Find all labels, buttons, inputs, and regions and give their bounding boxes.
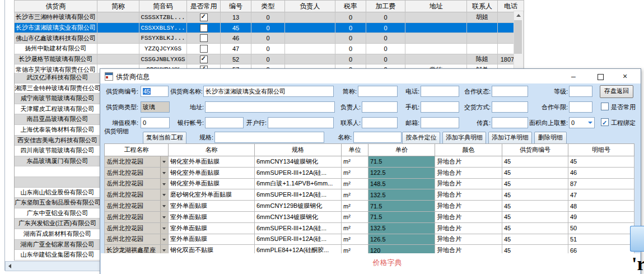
- cell[interactable]: m²: [342, 189, 368, 201]
- col-tax[interactable]: 税率: [335, 1, 366, 12]
- cell[interactable]: [285, 33, 335, 44]
- col-common[interactable]: 是否常用: [187, 1, 221, 12]
- common-checkbox[interactable]: [200, 34, 208, 42]
- gcol-spec[interactable]: 规格: [255, 144, 342, 156]
- contact-field[interactable]: [362, 117, 398, 128]
- cell[interactable]: 异地合片: [435, 234, 502, 245]
- cell[interactable]: 45: [502, 156, 568, 168]
- list-item[interactable]: 山东华建铝业集团有限公司: [15, 250, 100, 261]
- cell[interactable]: m²: [342, 178, 368, 189]
- cell[interactable]: 13: [221, 12, 251, 23]
- coop-status-field[interactable]: [492, 86, 528, 97]
- cell[interactable]: 钢化室外单面贴膜: [169, 167, 255, 178]
- cell[interactable]: 长沙晟格节能玻璃有限公司: [15, 54, 97, 64]
- checkbox-icon[interactable]: [601, 118, 609, 126]
- dialog-titlebar[interactable]: 供货商信息 – ×: [100, 69, 641, 83]
- list-item[interactable]: 广东中亚铝业有限公司: [15, 208, 100, 219]
- project-cell[interactable]: 岳州北控花园: [105, 189, 169, 201]
- grid-row[interactable]: 岳州北控花园 钢化室外单面贴膜 6mmSUPER-III+12A(硅... m²…: [105, 167, 634, 178]
- col-type[interactable]: 类型: [251, 1, 285, 12]
- cell[interactable]: 异地合片: [435, 211, 502, 222]
- horizontal-scrollbar[interactable]: [5, 261, 101, 271]
- cell[interactable]: 0: [335, 44, 366, 54]
- cell[interactable]: 0: [251, 22, 285, 33]
- list-item[interactable]: [15, 177, 100, 188]
- grid-row[interactable]: 岳州北控花园 室外单面贴膜 6mmSUPER-III+12A(硅... m² 1…: [105, 234, 634, 245]
- cell[interactable]: 49: [568, 211, 634, 222]
- cell[interactable]: 胡姐: [467, 12, 498, 23]
- project-cell[interactable]: 岳州北控花园: [105, 222, 169, 234]
- chevron-down-icon[interactable]: [160, 223, 168, 234]
- gcol-price[interactable]: 单价: [368, 144, 435, 156]
- gcol-project[interactable]: 工程名称: [105, 144, 169, 156]
- cell[interactable]: 0: [366, 12, 405, 23]
- grid-row[interactable]: 岳州北控花园 磨砂钢化室外单面贴膜 6mmSUPER-III+12A(硅... …: [105, 189, 634, 201]
- minimize-button[interactable]: –: [562, 69, 585, 83]
- cell[interactable]: [97, 54, 139, 64]
- price-cell[interactable]: 71.5: [368, 201, 435, 212]
- address-field[interactable]: [205, 101, 335, 113]
- cell[interactable]: 0: [251, 44, 285, 54]
- cell[interactable]: [97, 44, 139, 54]
- short-name-field[interactable]: [358, 86, 398, 97]
- spec-filter-input[interactable]: [214, 132, 324, 143]
- cell[interactable]: [97, 12, 139, 23]
- cell[interactable]: [467, 44, 498, 54]
- grid-row[interactable]: 岳州北控花园 室外单面贴膜 6mmSUPER-III+12A(硅... m² 1…: [105, 222, 634, 234]
- cell[interactable]: m²: [342, 211, 368, 222]
- project-cell[interactable]: 岳州北控花园: [105, 211, 169, 222]
- cell[interactable]: 0: [335, 22, 366, 33]
- price-cell[interactable]: 148.5: [368, 178, 435, 189]
- cell[interactable]: 0: [366, 33, 405, 44]
- cell[interactable]: 异地合片: [435, 156, 502, 168]
- cell[interactable]: [187, 12, 221, 23]
- cell[interactable]: 0: [335, 54, 366, 64]
- cell[interactable]: [187, 33, 221, 44]
- col-addr[interactable]: 地址: [405, 1, 467, 12]
- grade-field[interactable]: [569, 86, 592, 97]
- cell[interactable]: 6mm白玻+1.14PVB+6mm...: [255, 178, 342, 189]
- cell[interactable]: 45: [502, 167, 568, 178]
- cell[interactable]: 45: [502, 211, 568, 222]
- cell[interactable]: [405, 33, 467, 44]
- list-item[interactable]: 武汉亿泽科技有限公司: [15, 73, 100, 83]
- chevron-down-icon[interactable]: [160, 234, 168, 245]
- table-row[interactable]: 扬州中勤建材有限公司 YZZQJCYXGS 47 0 0 0: [15, 44, 524, 54]
- chevron-down-icon[interactable]: [160, 201, 168, 211]
- chevron-down-icon[interactable]: [160, 212, 168, 222]
- cell[interactable]: 45: [502, 234, 568, 245]
- cell[interactable]: FSSYXBLKJ...: [139, 33, 187, 44]
- col-manager[interactable]: 负责人: [285, 1, 335, 12]
- checkbox-icon[interactable]: [601, 103, 609, 110]
- chevron-down-icon[interactable]: [588, 122, 592, 124]
- cell[interactable]: [97, 22, 139, 33]
- cell[interactable]: [187, 54, 221, 64]
- cell[interactable]: 87: [568, 178, 634, 189]
- supplier-type-field[interactable]: 玻璃: [141, 101, 170, 113]
- bank-account-field[interactable]: [205, 117, 244, 128]
- gcol-color[interactable]: 颜色: [435, 144, 502, 156]
- project-cell[interactable]: 岳州北控花园: [105, 156, 169, 168]
- cell[interactable]: 磨砂钢化室外单面贴膜: [169, 189, 255, 201]
- cell[interactable]: [405, 22, 467, 33]
- price-cell[interactable]: 132.5: [368, 189, 435, 201]
- gcol-detail-id[interactable]: 明细号: [568, 144, 634, 156]
- cell[interactable]: 48: [568, 201, 634, 212]
- cell[interactable]: 0: [366, 54, 405, 64]
- cell[interactable]: 异地合片: [435, 167, 502, 178]
- grid-row[interactable]: 岳州北控花园 室外单面贴膜 6mmCNY129B镀膜钢化 m² 71.5 异地合…: [105, 201, 634, 212]
- col-contact[interactable]: 联系人: [467, 1, 498, 12]
- mobile-field[interactable]: [421, 101, 459, 113]
- cell[interactable]: 6mmSUPER-III+12A(硅...: [255, 234, 342, 245]
- price-cell[interactable]: 71.5: [368, 156, 435, 168]
- list-item[interactable]: 湘潭三金特种玻璃有限责任公司: [15, 83, 100, 94]
- scroll-left-icon[interactable]: [8, 264, 11, 268]
- col-id[interactable]: 编号: [221, 1, 251, 12]
- cell[interactable]: 钢化室外单面贴膜: [169, 178, 255, 189]
- cell[interactable]: 室外单面贴膜: [169, 201, 255, 212]
- cell[interactable]: [405, 12, 467, 23]
- cell[interactable]: 室外单面贴膜: [169, 211, 255, 222]
- gcol-unit[interactable]: 单位: [342, 144, 368, 156]
- common-use-checkbox[interactable]: 是否常用: [601, 101, 636, 113]
- cell[interactable]: CSSSXTZBL...: [139, 12, 187, 23]
